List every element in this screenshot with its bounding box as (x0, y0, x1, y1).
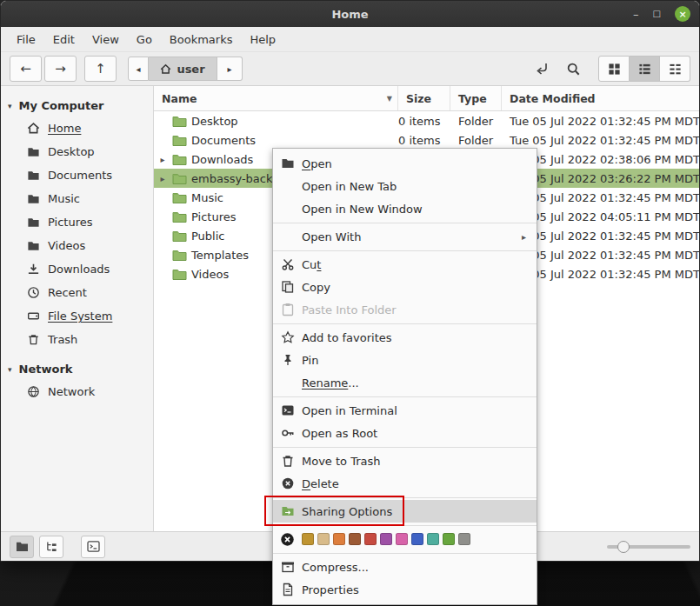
sidebar-item-label: Documents (48, 169, 112, 182)
breadcrumb: ◂ user ▸ (128, 57, 243, 81)
file-name: Documents (191, 134, 256, 147)
file-type: Folder (450, 134, 502, 147)
color-swatch[interactable] (427, 533, 439, 545)
toggle-terminal-button[interactable] (81, 536, 105, 558)
icon-view-button[interactable] (598, 56, 630, 82)
properties-document-icon (280, 583, 295, 596)
column-header-name[interactable]: Name ▼ (154, 86, 398, 110)
pin-icon (280, 353, 295, 367)
menu-item-label: Properties (302, 583, 359, 596)
menu-file[interactable]: File (8, 30, 44, 50)
list-view-icon (638, 63, 651, 76)
column-header-date-modified[interactable]: Date Modified (502, 86, 699, 110)
folder-icon (27, 192, 40, 205)
menubar: File Edit View Go Bookmarks Help (1, 27, 699, 52)
color-swatch[interactable] (302, 533, 314, 545)
menu-item-delete[interactable]: Delete (273, 472, 537, 495)
sidebar-section-my-computer[interactable]: ▾ My Computer (1, 95, 153, 117)
sidebar-item-label: Desktop (48, 145, 95, 158)
menu-item-open[interactable]: Open (273, 152, 537, 175)
menu-edit[interactable]: Edit (44, 30, 83, 50)
forward-button[interactable]: → (44, 56, 77, 82)
up-button[interactable]: ↑ (84, 56, 117, 82)
menu-item-open-with[interactable]: Open With ▸ (273, 225, 537, 248)
menu-item-label: Open (302, 157, 332, 170)
archive-icon (280, 560, 295, 574)
toggle-location-entry-button[interactable] (529, 57, 555, 81)
sidebar-item-downloads[interactable]: Downloads (1, 257, 153, 281)
file-row-documents[interactable]: Documents 0 items Folder Tue 05 Jul 2022… (154, 130, 699, 150)
color-swatch[interactable] (364, 533, 377, 545)
column-label: Type (458, 92, 487, 105)
menu-item-label: Open in New Window (302, 203, 423, 216)
menu-item-open-in-terminal[interactable]: Open in Terminal (273, 399, 537, 422)
menu-item-sharing-options[interactable]: Sharing Options (273, 500, 537, 523)
menu-item-rename[interactable]: Rename... (273, 371, 537, 394)
menu-separator (273, 525, 537, 526)
remove-color-icon[interactable] (280, 532, 295, 547)
menu-item-copy[interactable]: Copy (273, 276, 537, 298)
breadcrumb-scroll-left-button[interactable]: ◂ (128, 57, 149, 81)
sidebar-item-pictures[interactable]: Pictures (1, 210, 153, 234)
compact-view-button[interactable] (660, 56, 690, 82)
close-button[interactable]: × (675, 6, 690, 22)
menu-separator (273, 223, 537, 223)
maximize-button[interactable]: □ (653, 10, 661, 18)
zoom-slider-knob[interactable] (617, 541, 630, 553)
titlebar[interactable]: Home – □ × (1, 1, 699, 27)
menu-view[interactable]: View (83, 30, 128, 50)
context-menu: Open Open in New Tab Open in New Window … (272, 148, 537, 605)
file-name: Desktop (191, 115, 238, 128)
folder-icon (27, 239, 40, 252)
sidebar-section-network[interactable]: ▾ Network (1, 358, 153, 380)
search-button[interactable] (560, 57, 586, 81)
color-swatch[interactable] (396, 533, 408, 545)
row-expander-icon[interactable]: ▸ (157, 155, 168, 164)
sidebar-item-network[interactable]: Network (1, 380, 153, 403)
menu-item-open-in-new-tab[interactable]: Open in New Tab (273, 175, 537, 197)
menu-item-compress[interactable]: Compress... (273, 556, 537, 578)
menu-go[interactable]: Go (128, 30, 161, 50)
menu-bookmarks[interactable]: Bookmarks (161, 30, 242, 50)
column-header-size[interactable]: Size (398, 86, 450, 110)
color-swatch[interactable] (380, 533, 392, 545)
menu-help[interactable]: Help (241, 30, 284, 50)
back-button[interactable]: ← (10, 56, 42, 82)
zoom-slider[interactable] (607, 538, 690, 556)
paste-icon (280, 303, 295, 316)
sidebar-item-desktop[interactable]: Desktop (1, 140, 153, 163)
sidebar-item-videos[interactable]: Videos (1, 234, 153, 257)
menu-item-pin[interactable]: Pin (273, 349, 537, 371)
menu-item-cut[interactable]: Cut (273, 253, 537, 276)
sidebar-item-label: Pictures (48, 216, 92, 229)
color-swatch[interactable] (458, 533, 470, 545)
sidebar-item-documents[interactable]: Documents (1, 163, 153, 187)
menu-item-label: Compress... (302, 561, 369, 574)
color-swatch[interactable] (411, 533, 423, 545)
menu-item-move-to-trash[interactable]: Move to Trash (273, 450, 537, 472)
menu-item-label: Copy (302, 281, 330, 294)
menu-item-properties[interactable]: Properties (273, 578, 537, 601)
menu-item-add-to-favorites[interactable]: Add to favorites (273, 326, 537, 349)
row-expander-icon[interactable]: ▸ (157, 174, 168, 183)
show-treeview-button[interactable] (39, 536, 63, 558)
sharing-folder-icon (280, 504, 295, 518)
sidebar-item-home[interactable]: Home (1, 117, 153, 140)
show-places-button[interactable] (10, 536, 34, 558)
menu-item-open-in-new-window[interactable]: Open in New Window (273, 197, 537, 220)
sidebar-item-recent[interactable]: Recent (1, 281, 153, 304)
column-header-type[interactable]: Type (450, 86, 502, 110)
breadcrumb-expand-button[interactable]: ▸ (217, 57, 243, 81)
color-swatch[interactable] (333, 533, 345, 545)
sidebar-item-file-system[interactable]: File System (1, 304, 153, 328)
sidebar-item-music[interactable]: Music (1, 187, 153, 210)
file-row-desktop[interactable]: Desktop 0 items Folder Tue 05 Jul 2022 0… (154, 111, 699, 130)
list-view-button[interactable] (630, 56, 660, 82)
color-swatch[interactable] (443, 533, 455, 545)
menu-item-open-as-root[interactable]: Open as Root (273, 422, 537, 444)
breadcrumb-user-button[interactable]: user (149, 57, 217, 81)
minimize-button[interactable]: – (633, 9, 639, 20)
sidebar-item-trash[interactable]: Trash (1, 328, 153, 351)
color-swatch[interactable] (349, 533, 361, 545)
color-swatch[interactable] (317, 533, 330, 545)
